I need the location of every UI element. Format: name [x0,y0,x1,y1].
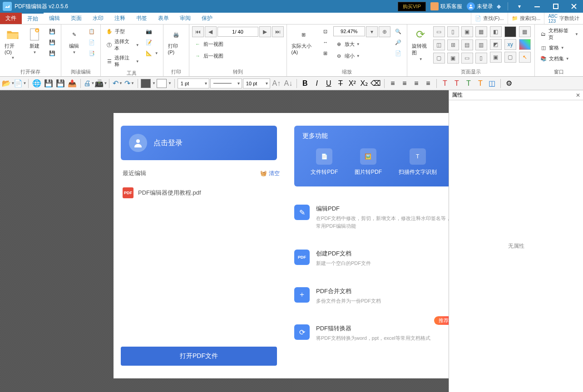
clear-format-button[interactable]: ⌫ [371,78,381,89]
two-page-button[interactable]: ▣ [461,26,473,37]
clear-recent-button[interactable]: 🧺 清空 [260,169,280,177]
tab-bookmark[interactable]: 书签 [131,13,153,24]
panes-button[interactable]: ◫窗格▼ [538,43,580,53]
continuous-button[interactable]: ▯ [447,26,459,37]
layout-6-button[interactable]: ▣ [447,53,459,64]
text-tool-1[interactable]: T [440,78,450,89]
qt-save2-button[interactable]: 💾 [55,78,66,89]
text-tool-button[interactable]: 📝 [143,37,160,47]
measure-button[interactable]: 📐▼ [143,48,160,58]
snapshot-button[interactable]: 📷 [143,26,160,36]
select-text-button[interactable]: Ⓣ选择文本▼ [104,37,141,53]
tab-annotate[interactable]: 注释 [109,13,131,24]
layout-3-button[interactable]: ▤ [461,39,473,50]
disp-5-button[interactable]: xy [504,39,516,50]
tab-file[interactable]: 文件 [0,13,22,24]
zoom-step-button[interactable]: ⊕ [379,26,390,37]
disp-9-button[interactable]: ↖ [519,52,531,63]
disp-3-button[interactable]: ▦ [519,26,531,37]
settings-quick-button[interactable]: ⚙ [504,78,514,89]
fit-width-button[interactable]: ↔ [320,37,331,47]
tab-review[interactable]: 审阅 [174,13,196,24]
cut-button[interactable]: 📑 [86,48,98,58]
doc-tabs-button[interactable]: 🗂文档标签页▼ [538,26,580,42]
customer-service-button[interactable]: 联系客服 [430,2,462,10]
tab-start[interactable]: 开始 [22,13,44,24]
text-tool-4[interactable]: T [475,78,486,89]
text-tool-2[interactable]: T [451,78,462,89]
tab-form[interactable]: 表单 [153,13,174,24]
layout-7-button[interactable]: ▭ [461,53,473,64]
qt-save-button[interactable]: 💾 [43,78,54,89]
subscript-button[interactable]: X₂ [359,78,370,89]
search-button[interactable]: 📁 搜索(S)... [508,13,544,24]
prev-page-button[interactable]: ◀ [205,26,217,37]
align-center-button[interactable]: ≡ [399,78,410,89]
find-button[interactable]: 📄 查找(F)... [471,13,507,24]
fit-page-button[interactable]: ⊡ [320,26,331,36]
qt-open-button[interactable]: 📂▼ [3,78,14,89]
line-width-select[interactable]: 1 pt [178,78,209,88]
paste-button[interactable]: 📄 [86,37,98,47]
loupe-button[interactable]: 🔎 [392,37,404,47]
tab-watermark[interactable]: 水印 [87,13,109,24]
layout-1-button[interactable]: ◫ [433,39,445,50]
qt-scan-button[interactable]: 📠▼ [95,78,106,89]
disp-1-button[interactable]: ◧ [490,26,502,37]
zoom-in-button[interactable]: ⊕放大▼ [333,39,390,49]
doc-set-button[interactable]: 📚文档集▼ [538,54,580,64]
single-page-button[interactable]: ▭ [433,26,445,37]
image-to-pdf-button[interactable]: 🖼️ 图片转PDF [355,148,382,176]
zoom-dropdown[interactable]: ▾ [366,26,378,37]
save-as-button[interactable]: 💾 [46,37,58,47]
hand-tool-button[interactable]: ✋手型 [104,26,141,36]
disp-7-button[interactable]: ▣ [490,52,502,63]
text-tool-5[interactable]: ◫ [487,78,498,89]
layout-2-button[interactable]: ⊞ [447,39,459,50]
qt-export-button[interactable]: 📤 [67,78,78,89]
zoom-out-button[interactable]: ⊖缩小▼ [333,51,390,61]
select-annot-button[interactable]: ☰选择注释▼ [104,54,141,69]
zoom-input[interactable] [333,26,365,36]
next-view-button[interactable]: →后一视图 [192,51,284,61]
tool-merge-pdf[interactable]: ＋ PDF合并文档多份文件合并为一份PDF文档 [294,287,449,305]
qt-redo-button[interactable]: ↷▼ [124,78,135,89]
fit-visible-button[interactable]: ⊞ [320,48,331,58]
fill-color-button[interactable] [141,79,151,88]
disp-6-button[interactable] [519,39,531,50]
tool-converter[interactable]: 推荐 ⟳ PDF猫转换器将PDF文档转换为word，ppt，excel等常用文档… [294,324,449,342]
layout-8-button[interactable]: ▯ [475,53,487,64]
save-button[interactable]: 💾 [46,26,58,36]
open-pdf-button[interactable]: 打开PDF文件 [121,347,277,366]
buy-vip-button[interactable]: 购买VIP [398,2,426,11]
tab-edit[interactable]: 编辑 [44,13,65,24]
strike-button[interactable]: T [335,78,346,89]
tab-protect[interactable]: 保护 [196,13,218,24]
stroke-color-button[interactable] [157,79,167,88]
first-page-button[interactable]: ⏮ [192,26,204,37]
pan-zoom-button[interactable]: 📄 [392,48,404,58]
magnifier-button[interactable]: 🔍 [392,26,404,36]
font-size-select[interactable]: 10 pt [243,78,270,88]
layout-4-button[interactable]: ▥ [475,39,487,50]
new-button[interactable]: ★ 新建▼ [25,26,44,55]
align-justify-button[interactable]: ≡ [423,78,434,89]
recent-file-item[interactable]: PDF PDF编辑器使用教程.pdf [121,184,282,202]
open-button[interactable]: 打开(O)▼ [3,26,23,61]
file-to-pdf-button[interactable]: 📄 文件转PDF [311,148,338,176]
page-indicator-input[interactable] [217,27,258,37]
two-continuous-button[interactable]: ▦ [475,26,487,37]
rotate-view-button[interactable]: ⟳ 旋转视图▼ [410,26,431,62]
print-button[interactable]: 🖨️ 打印(P) [166,26,186,56]
ocr-button[interactable]: T 扫描件文字识别 [399,148,437,176]
edit-mode-button[interactable]: ✎ 编辑▼ [64,26,84,55]
minimize-button[interactable] [529,0,547,13]
disp-8-button[interactable]: ▢ [504,52,516,63]
wordcount-button[interactable]: ABC123 字数统计 [544,13,583,24]
qt-print-button[interactable]: 🖨▼ [84,78,94,89]
tab-page[interactable]: 页面 [65,13,87,24]
font-decrease-button[interactable]: A↓ [283,78,294,89]
close-button[interactable] [565,0,583,13]
italic-button[interactable]: I [311,78,322,89]
next-page-button[interactable]: ▶ [259,26,271,37]
